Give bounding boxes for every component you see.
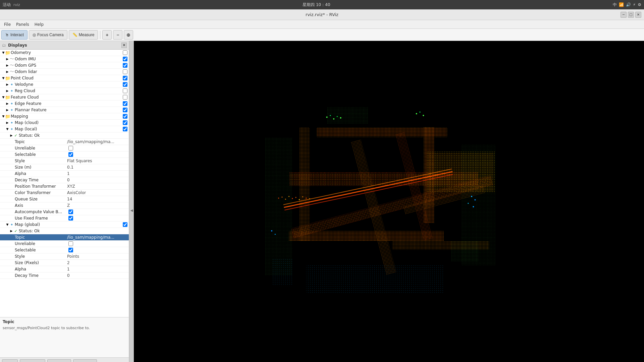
- expand-arrow[interactable]: ▶: [5, 57, 9, 61]
- expand-arrow[interactable]: ▼: [5, 127, 9, 131]
- expand-arrow[interactable]: ▶: [5, 63, 9, 67]
- tree-row[interactable]: ▼ 📁 Point Cloud: [0, 75, 129, 81]
- visibility-checkbox[interactable]: [123, 95, 127, 100]
- point-cloud-canvas: CSDN @qq_41506 31fps: [134, 41, 644, 362]
- visibility-checkbox[interactable]: [123, 63, 127, 68]
- tree-row[interactable]: ▶ ✦ Map (cloud): [0, 120, 129, 126]
- svg-point-49: [474, 199, 476, 200]
- remove-button[interactable]: Remove: [47, 359, 71, 362]
- zoom-fit-button[interactable]: ⊕: [124, 30, 133, 40]
- displays-close-button[interactable]: ✕: [121, 43, 127, 48]
- tree-row[interactable]: ▶ ✓ Status: Ok: [0, 132, 129, 139]
- focus-camera-button[interactable]: ◎ Focus Camera: [29, 30, 67, 40]
- tree-row[interactable]: Style Points: [0, 253, 129, 260]
- zoom-out-button[interactable]: −: [113, 30, 122, 40]
- panel-toggle-handle[interactable]: ◀: [129, 41, 134, 362]
- bottom-buttons: Add Duplicate Remove Rename: [0, 357, 129, 362]
- menu-help[interactable]: Help: [32, 21, 46, 27]
- tree-row[interactable]: Alpha 1: [0, 171, 129, 177]
- visibility-checkbox[interactable]: [123, 222, 127, 227]
- close-window-button[interactable]: ✕: [635, 12, 641, 18]
- property-label: Size (m): [13, 165, 67, 170]
- expand-arrow[interactable]: ▼: [5, 223, 9, 227]
- visibility-checkbox[interactable]: [123, 88, 127, 93]
- property-checkbox[interactable]: [68, 209, 73, 214]
- tree-row[interactable]: Queue Size 14: [0, 196, 129, 202]
- tree-row[interactable]: ▶ 〜 Odom IMU: [0, 56, 129, 62]
- property-value: Z: [67, 203, 70, 208]
- tree-row[interactable]: ▼ 📁 Odometry: [0, 50, 129, 56]
- visibility-checkbox[interactable]: [123, 127, 127, 131]
- row-label: Reg Cloud: [15, 88, 121, 93]
- tree-row[interactable]: Topic /lio_sam/mapping/ma...: [0, 139, 129, 145]
- main-content: 🗂 Displays ✕ ▼ 📁 Odometry ▶ 〜: [0, 41, 644, 362]
- visibility-checkbox[interactable]: [123, 76, 127, 80]
- tree-row[interactable]: Size (m) 0.1: [0, 164, 129, 171]
- tree-row[interactable]: ▶ ✦ Reg Cloud: [0, 88, 129, 94]
- expand-arrow[interactable]: ▶: [5, 108, 9, 112]
- property-checkbox[interactable]: [68, 216, 73, 221]
- tree-row[interactable]: Unreliable: [0, 145, 129, 152]
- visibility-checkbox[interactable]: [123, 69, 127, 74]
- expand-arrow[interactable]: ▶: [5, 70, 9, 74]
- tree-row[interactable]: Alpha 1: [0, 266, 129, 273]
- tree-row[interactable]: ▶ ✦ Velodyne: [0, 81, 129, 88]
- visibility-checkbox[interactable]: [123, 57, 127, 61]
- tree-row[interactable]: Selectable: [0, 152, 129, 158]
- visibility-checkbox[interactable]: [123, 101, 127, 106]
- system-bar-left: 活动 rviz: [3, 2, 20, 8]
- expand-arrow[interactable]: ▶: [5, 89, 9, 93]
- tree-row[interactable]: Style Flat Squares: [0, 158, 129, 164]
- visibility-checkbox[interactable]: [123, 82, 127, 87]
- tree-row-selected[interactable]: Topic /lio_sam/mapping/ma...: [0, 234, 129, 241]
- visibility-checkbox[interactable]: [123, 108, 127, 112]
- tree-area[interactable]: ▼ 📁 Odometry ▶ 〜 Odom IMU ▶ 〜: [0, 50, 129, 317]
- property-checkbox[interactable]: [68, 146, 73, 150]
- visibility-checkbox[interactable]: [123, 50, 127, 55]
- minimize-button[interactable]: ─: [621, 12, 627, 18]
- expand-arrow[interactable]: ▶: [5, 82, 9, 86]
- svg-point-47: [423, 115, 424, 116]
- tree-row[interactable]: Color Transformer AxisColor: [0, 190, 129, 196]
- camera-icon: ◎: [33, 33, 36, 37]
- property-checkbox[interactable]: [68, 241, 73, 246]
- tree-row[interactable]: Decay Time 0: [0, 177, 129, 183]
- tree-row[interactable]: Use Fixed Frame: [0, 215, 129, 222]
- tree-row[interactable]: ▶ ✦ Edge Feature: [0, 101, 129, 107]
- visibility-checkbox[interactable]: [123, 120, 127, 125]
- tree-row[interactable]: Position Transformer XYZ: [0, 183, 129, 190]
- tree-row[interactable]: ▶ ✦ Plannar Feature: [0, 107, 129, 113]
- tree-row[interactable]: Decay Time 0: [0, 273, 129, 279]
- maximize-button[interactable]: □: [628, 12, 634, 18]
- measure-button[interactable]: 📏 Measure: [69, 30, 98, 40]
- property-checkbox[interactable]: [68, 152, 73, 157]
- add-button[interactable]: Add: [2, 359, 18, 362]
- expand-arrow[interactable]: ▶: [5, 121, 9, 125]
- zoom-in-button[interactable]: +: [102, 30, 112, 40]
- tree-row[interactable]: Size (Pixels) 2: [0, 260, 129, 266]
- node-icon: 〜: [9, 63, 14, 68]
- tree-row[interactable]: Selectable: [0, 247, 129, 253]
- expand-arrow[interactable]: ▶: [9, 229, 13, 233]
- tree-row[interactable]: ▼ ✦ Map (global): [0, 222, 129, 228]
- interact-button[interactable]: 🖱 Interact: [1, 30, 28, 40]
- tree-row[interactable]: ▶ 〜 Odom GPS: [0, 62, 129, 69]
- visibility-checkbox[interactable]: [123, 114, 127, 119]
- 3d-viewport[interactable]: CSDN @qq_41506 31fps: [134, 41, 644, 362]
- tree-row[interactable]: Autocompute Value B...: [0, 209, 129, 215]
- duplicate-button[interactable]: Duplicate: [20, 359, 45, 362]
- menu-file[interactable]: File: [1, 21, 13, 27]
- tree-row[interactable]: ▶ 〜 Odom lidar: [0, 69, 129, 75]
- tree-row[interactable]: ▼ 📁 Feature Cloud: [0, 94, 129, 101]
- expand-arrow[interactable]: ▶: [5, 102, 9, 106]
- tree-row[interactable]: ▼ 📁 Mapping: [0, 113, 129, 120]
- tree-row[interactable]: Axis Z: [0, 202, 129, 209]
- property-checkbox[interactable]: [68, 248, 73, 252]
- rename-button[interactable]: Rename: [73, 359, 97, 362]
- tree-row[interactable]: Unreliable: [0, 241, 129, 247]
- tree-row[interactable]: ▶ ✓ Status: Ok: [0, 228, 129, 234]
- expand-arrow[interactable]: ▶: [9, 133, 13, 137]
- menu-panels[interactable]: Panels: [13, 21, 32, 27]
- folder-icon: 📁: [5, 114, 10, 119]
- tree-row[interactable]: ▼ ✦ Map (local): [0, 126, 129, 132]
